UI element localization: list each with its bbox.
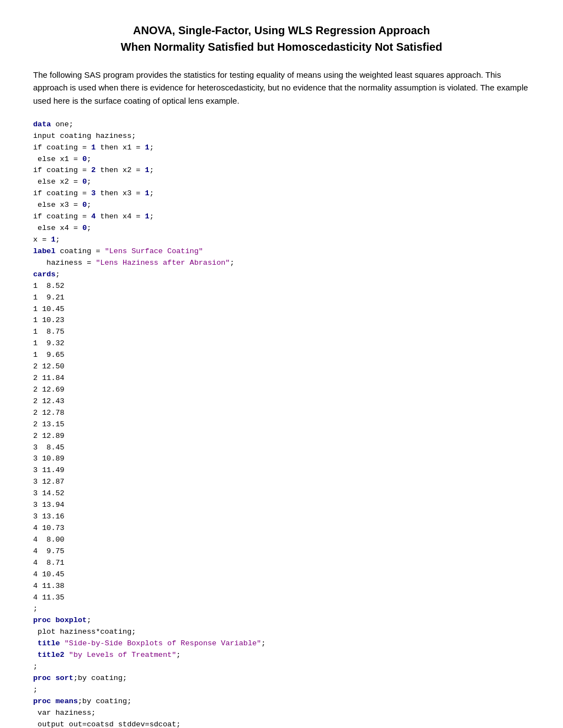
intro-paragraph: The following SAS program provides the s… — [33, 68, 530, 107]
title-line1: ANOVA, Single-Factor, Using WLS Regressi… — [133, 24, 430, 36]
code-block: data one; input coating haziness; if coa… — [33, 119, 530, 728]
title-line2: When Normality Satisfied but Homoscedast… — [121, 41, 442, 53]
page-title: ANOVA, Single-Factor, Using WLS Regressi… — [33, 22, 530, 55]
